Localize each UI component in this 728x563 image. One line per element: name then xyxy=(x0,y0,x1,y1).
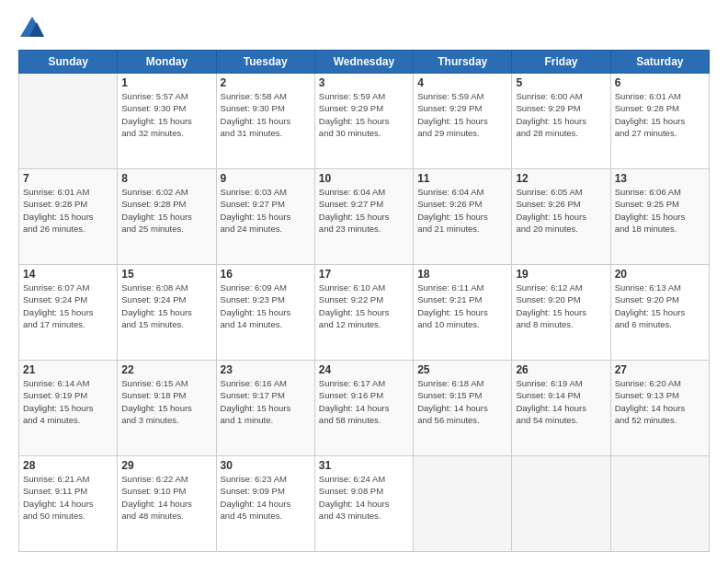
weekday-header-friday: Friday xyxy=(512,51,610,74)
weekday-header-saturday: Saturday xyxy=(610,51,709,74)
day-info: Sunrise: 6:20 AM Sunset: 9:13 PM Dayligh… xyxy=(615,377,705,426)
day-number: 1 xyxy=(121,76,211,89)
day-cell: 17Sunrise: 6:10 AM Sunset: 9:22 PM Dayli… xyxy=(314,265,413,361)
day-info: Sunrise: 5:59 AM Sunset: 9:29 PM Dayligh… xyxy=(417,90,507,139)
day-cell: 8Sunrise: 6:02 AM Sunset: 9:28 PM Daylig… xyxy=(118,169,216,265)
day-cell xyxy=(414,456,512,552)
day-number: 21 xyxy=(23,363,113,376)
day-number: 2 xyxy=(221,76,311,89)
day-cell: 21Sunrise: 6:14 AM Sunset: 9:19 PM Dayli… xyxy=(19,361,118,456)
day-cell: 20Sunrise: 6:13 AM Sunset: 9:20 PM Dayli… xyxy=(610,265,709,361)
day-info: Sunrise: 5:57 AM Sunset: 9:30 PM Dayligh… xyxy=(121,90,211,139)
day-cell xyxy=(610,456,709,552)
weekday-header-monday: Monday xyxy=(118,51,216,74)
calendar-body: 1Sunrise: 5:57 AM Sunset: 9:30 PM Daylig… xyxy=(19,74,710,552)
day-cell: 27Sunrise: 6:20 AM Sunset: 9:13 PM Dayli… xyxy=(610,361,709,456)
day-info: Sunrise: 6:06 AM Sunset: 9:25 PM Dayligh… xyxy=(615,186,705,235)
day-number: 30 xyxy=(221,459,311,472)
day-cell: 30Sunrise: 6:23 AM Sunset: 9:09 PM Dayli… xyxy=(216,456,314,552)
day-number: 13 xyxy=(615,172,705,185)
calendar-table: SundayMondayTuesdayWednesdayThursdayFrid… xyxy=(18,50,710,552)
day-cell: 24Sunrise: 6:17 AM Sunset: 9:16 PM Dayli… xyxy=(314,361,413,456)
weekday-header-thursday: Thursday xyxy=(414,51,512,74)
day-cell: 18Sunrise: 6:11 AM Sunset: 9:21 PM Dayli… xyxy=(414,265,512,361)
day-number: 17 xyxy=(319,268,409,281)
day-info: Sunrise: 6:21 AM Sunset: 9:11 PM Dayligh… xyxy=(23,473,113,522)
day-number: 18 xyxy=(417,268,507,281)
day-cell: 3Sunrise: 5:59 AM Sunset: 9:29 PM Daylig… xyxy=(314,74,413,169)
day-number: 24 xyxy=(319,363,409,376)
weekday-header-wednesday: Wednesday xyxy=(314,51,413,74)
day-number: 23 xyxy=(221,363,311,376)
day-cell xyxy=(19,74,118,169)
page: SundayMondayTuesdayWednesdayThursdayFrid… xyxy=(0,0,728,563)
day-cell: 2Sunrise: 5:58 AM Sunset: 9:30 PM Daylig… xyxy=(216,74,314,169)
day-cell: 5Sunrise: 6:00 AM Sunset: 9:29 PM Daylig… xyxy=(512,74,610,169)
day-info: Sunrise: 6:13 AM Sunset: 9:20 PM Dayligh… xyxy=(615,282,705,330)
day-number: 31 xyxy=(319,459,409,472)
day-cell: 28Sunrise: 6:21 AM Sunset: 9:11 PM Dayli… xyxy=(19,456,118,552)
day-info: Sunrise: 5:58 AM Sunset: 9:30 PM Dayligh… xyxy=(221,90,311,139)
day-cell: 12Sunrise: 6:05 AM Sunset: 9:26 PM Dayli… xyxy=(512,169,610,265)
day-info: Sunrise: 6:22 AM Sunset: 9:10 PM Dayligh… xyxy=(121,473,211,522)
day-cell: 29Sunrise: 6:22 AM Sunset: 9:10 PM Dayli… xyxy=(118,456,216,552)
day-info: Sunrise: 6:07 AM Sunset: 9:24 PM Dayligh… xyxy=(23,282,113,330)
day-cell: 4Sunrise: 5:59 AM Sunset: 9:29 PM Daylig… xyxy=(414,74,512,169)
day-info: Sunrise: 6:01 AM Sunset: 9:28 PM Dayligh… xyxy=(615,90,705,139)
day-number: 3 xyxy=(319,76,409,89)
day-cell: 10Sunrise: 6:04 AM Sunset: 9:27 PM Dayli… xyxy=(314,169,413,265)
day-number: 22 xyxy=(121,363,211,376)
header xyxy=(18,15,710,42)
day-info: Sunrise: 6:05 AM Sunset: 9:26 PM Dayligh… xyxy=(516,186,606,235)
day-info: Sunrise: 6:23 AM Sunset: 9:09 PM Dayligh… xyxy=(221,473,311,522)
day-cell: 26Sunrise: 6:19 AM Sunset: 9:14 PM Dayli… xyxy=(512,361,610,456)
day-info: Sunrise: 6:10 AM Sunset: 9:22 PM Dayligh… xyxy=(319,282,409,330)
day-number: 14 xyxy=(23,268,113,281)
day-cell: 14Sunrise: 6:07 AM Sunset: 9:24 PM Dayli… xyxy=(19,265,118,361)
weekday-row: SundayMondayTuesdayWednesdayThursdayFrid… xyxy=(19,51,710,74)
day-number: 5 xyxy=(516,76,606,89)
day-info: Sunrise: 5:59 AM Sunset: 9:29 PM Dayligh… xyxy=(319,90,409,139)
day-number: 29 xyxy=(121,459,211,472)
day-info: Sunrise: 6:08 AM Sunset: 9:24 PM Dayligh… xyxy=(121,282,211,330)
weekday-header-sunday: Sunday xyxy=(19,51,118,74)
day-info: Sunrise: 6:04 AM Sunset: 9:27 PM Dayligh… xyxy=(319,186,409,235)
day-info: Sunrise: 6:19 AM Sunset: 9:14 PM Dayligh… xyxy=(516,377,606,426)
day-number: 6 xyxy=(615,76,705,89)
day-info: Sunrise: 6:01 AM Sunset: 9:28 PM Dayligh… xyxy=(23,186,113,235)
day-cell: 1Sunrise: 5:57 AM Sunset: 9:30 PM Daylig… xyxy=(118,74,216,169)
day-info: Sunrise: 6:11 AM Sunset: 9:21 PM Dayligh… xyxy=(417,282,507,330)
day-number: 26 xyxy=(516,363,606,376)
week-row-0: 1Sunrise: 5:57 AM Sunset: 9:30 PM Daylig… xyxy=(19,74,710,169)
day-info: Sunrise: 6:09 AM Sunset: 9:23 PM Dayligh… xyxy=(221,282,311,330)
day-number: 8 xyxy=(121,172,211,185)
day-number: 16 xyxy=(221,268,311,281)
week-row-3: 21Sunrise: 6:14 AM Sunset: 9:19 PM Dayli… xyxy=(19,361,710,456)
day-number: 12 xyxy=(516,172,606,185)
day-info: Sunrise: 6:12 AM Sunset: 9:20 PM Dayligh… xyxy=(516,282,606,330)
day-info: Sunrise: 6:02 AM Sunset: 9:28 PM Dayligh… xyxy=(121,186,211,235)
day-info: Sunrise: 6:03 AM Sunset: 9:27 PM Dayligh… xyxy=(221,186,311,235)
day-number: 7 xyxy=(23,172,113,185)
day-number: 20 xyxy=(615,268,705,281)
week-row-1: 7Sunrise: 6:01 AM Sunset: 9:28 PM Daylig… xyxy=(19,169,710,265)
day-info: Sunrise: 6:18 AM Sunset: 9:15 PM Dayligh… xyxy=(417,377,507,426)
day-info: Sunrise: 6:04 AM Sunset: 9:26 PM Dayligh… xyxy=(417,186,507,235)
week-row-2: 14Sunrise: 6:07 AM Sunset: 9:24 PM Dayli… xyxy=(19,265,710,361)
day-number: 11 xyxy=(417,172,507,185)
logo-icon xyxy=(18,15,46,42)
day-number: 4 xyxy=(417,76,507,89)
day-cell: 16Sunrise: 6:09 AM Sunset: 9:23 PM Dayli… xyxy=(216,265,314,361)
day-number: 25 xyxy=(417,363,507,376)
day-cell: 13Sunrise: 6:06 AM Sunset: 9:25 PM Dayli… xyxy=(610,169,709,265)
day-cell xyxy=(512,456,610,552)
weekday-header-tuesday: Tuesday xyxy=(216,51,314,74)
day-cell: 11Sunrise: 6:04 AM Sunset: 9:26 PM Dayli… xyxy=(414,169,512,265)
day-cell: 23Sunrise: 6:16 AM Sunset: 9:17 PM Dayli… xyxy=(216,361,314,456)
day-info: Sunrise: 6:14 AM Sunset: 9:19 PM Dayligh… xyxy=(23,377,113,426)
day-number: 28 xyxy=(23,459,113,472)
day-number: 19 xyxy=(516,268,606,281)
day-cell: 31Sunrise: 6:24 AM Sunset: 9:08 PM Dayli… xyxy=(314,456,413,552)
day-info: Sunrise: 6:24 AM Sunset: 9:08 PM Dayligh… xyxy=(319,473,409,522)
day-number: 15 xyxy=(121,268,211,281)
